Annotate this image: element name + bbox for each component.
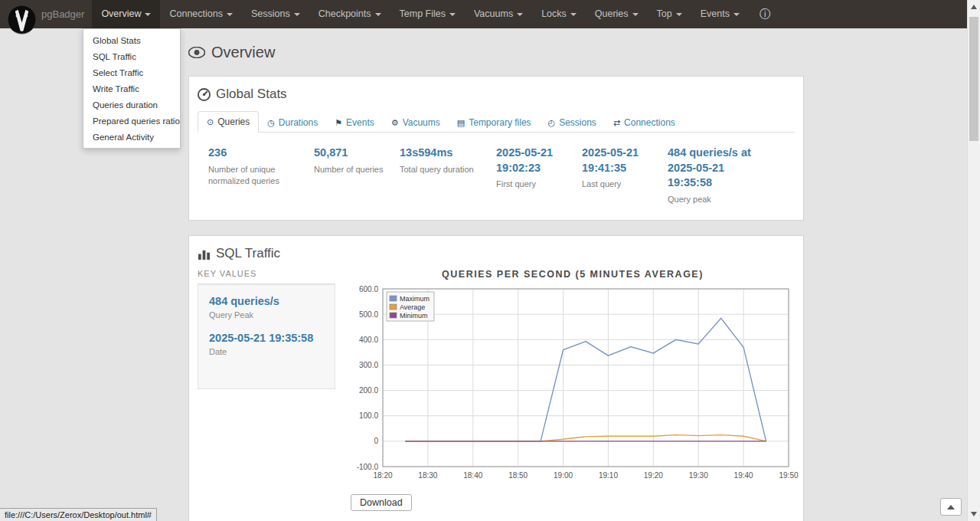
- nav-vacuums-label: Vacuums: [474, 8, 513, 19]
- svg-text:19:30: 19:30: [689, 471, 708, 480]
- connections-icon: ⇄: [613, 118, 620, 128]
- caret-down-icon: [517, 13, 523, 16]
- scrollbar-up-arrow-icon[interactable]: [971, 5, 977, 9]
- nav-locks-label: Locks: [541, 8, 567, 19]
- page-title-text: Overview: [211, 44, 275, 61]
- nav-events-label: Events: [701, 8, 730, 19]
- bar-chart-icon: [198, 248, 211, 260]
- key-values-heading: KEY VALUES: [198, 269, 335, 284]
- stat-value: 236: [208, 146, 299, 161]
- scrollbar-down-arrow-icon[interactable]: [971, 512, 977, 516]
- stat-total-query-duration: 13s594ms Total query duration: [400, 146, 481, 205]
- svg-text:0: 0: [374, 437, 378, 445]
- back-to-top-button[interactable]: [940, 498, 962, 516]
- svg-text:600.0: 600.0: [359, 285, 378, 293]
- svg-text:18:40: 18:40: [463, 471, 482, 480]
- sql-traffic-title: SQL Traffic: [198, 246, 795, 261]
- key-label-date: Date: [209, 347, 324, 356]
- nav-temp-files-label: Temp Files: [400, 8, 446, 19]
- nav-temp-files[interactable]: Temp Files: [390, 0, 465, 28]
- stat-value: 13s594ms: [400, 146, 481, 161]
- caret-down-icon: [145, 13, 151, 16]
- sql-traffic-title-text: SQL Traffic: [216, 246, 280, 261]
- caret-down-icon: [449, 13, 456, 16]
- overview-dropdown-menu: Global Stats SQL Traffic Select Traffic …: [83, 28, 181, 149]
- stat-value: 50,871: [314, 146, 384, 161]
- tab-durations[interactable]: ◷Durations: [259, 113, 326, 133]
- tab-temporary-files[interactable]: ▤Temporary files: [449, 113, 540, 133]
- stat-value: 2025-05-21 19:41:35: [582, 146, 652, 175]
- stat-value: 484 queries/s at 2025-05-21 19:35:58: [668, 146, 753, 191]
- nav-sessions-label: Sessions: [251, 8, 290, 19]
- nav-queries[interactable]: Queries: [586, 0, 648, 28]
- stat-label: Query peak: [668, 194, 753, 205]
- svg-text:Average: Average: [400, 303, 425, 311]
- stat-unique-normalized-queries: 236 Number of unique normalized queries: [208, 146, 299, 205]
- tab-durations-label: Durations: [279, 117, 318, 128]
- nav-top[interactable]: Top: [648, 0, 691, 28]
- key-values-box: 484 queries/s Query Peak 2025-05-21 19:3…: [198, 284, 335, 389]
- svg-text:400.0: 400.0: [359, 336, 378, 344]
- navbar: pgBadger Overview Connections Sessions C…: [0, 0, 967, 28]
- stat-label: Number of queries: [314, 164, 384, 175]
- caret-down-icon: [733, 13, 740, 16]
- vertical-scrollbar[interactable]: [967, 0, 980, 521]
- key-value-date: 2025-05-21 19:35:58: [209, 332, 324, 344]
- menu-item-general-activity[interactable]: General Activity: [83, 129, 180, 145]
- svg-text:18:30: 18:30: [418, 471, 437, 480]
- tab-events[interactable]: ⚑Events: [326, 113, 383, 133]
- nav-checkpoints-label: Checkpoints: [318, 8, 371, 19]
- svg-text:19:00: 19:00: [554, 471, 573, 480]
- nav-vacuums[interactable]: Vacuums: [465, 0, 532, 28]
- temporary-files-icon: ▤: [457, 118, 465, 128]
- menu-item-global-stats[interactable]: Global Stats: [83, 32, 180, 48]
- tab-vacuums[interactable]: ⚙Vacuums: [383, 113, 449, 133]
- menu-item-sql-traffic[interactable]: SQL Traffic: [83, 48, 180, 64]
- tab-queries[interactable]: ⊙Queries: [198, 111, 259, 133]
- tab-sessions[interactable]: ◴Sessions: [540, 113, 605, 133]
- tab-vacuums-label: Vacuums: [403, 117, 440, 128]
- download-button[interactable]: Download: [351, 494, 412, 511]
- svg-text:18:50: 18:50: [508, 471, 528, 480]
- nav-events[interactable]: Events: [691, 0, 749, 28]
- pgbadger-logo-icon[interactable]: [7, 5, 37, 34]
- nav-connections[interactable]: Connections: [160, 0, 242, 28]
- stat-value: 2025-05-21 19:02:23: [496, 146, 567, 175]
- nav-overview[interactable]: Overview: [92, 0, 160, 28]
- queries-per-second-chart: QUERIES PER SECOND (5 MINUTES AVERAGE) 1…: [351, 269, 795, 511]
- tab-connections[interactable]: ⇄Connections: [605, 113, 684, 133]
- svg-text:18:20: 18:20: [373, 471, 392, 480]
- menu-item-write-traffic[interactable]: Write Traffic: [83, 80, 180, 97]
- queries-icon: ⊙: [207, 117, 214, 127]
- key-values-column: KEY VALUES 484 queries/s Query Peak 2025…: [198, 269, 335, 511]
- key-value-query-peak: 484 queries/s: [209, 295, 324, 307]
- caret-down-icon: [227, 13, 233, 16]
- nav-sessions[interactable]: Sessions: [242, 0, 309, 28]
- tab-events-label: Events: [346, 117, 374, 128]
- caret-down-icon: [294, 13, 300, 16]
- svg-text:Maximum: Maximum: [400, 295, 430, 303]
- stat-label: Last query: [582, 179, 652, 190]
- global-stats-title: Global Stats: [198, 87, 795, 102]
- global-stats-values: 236 Number of unique normalized queries …: [198, 133, 795, 210]
- nav-checkpoints[interactable]: Checkpoints: [309, 0, 390, 28]
- caret-down-icon: [676, 13, 682, 16]
- menu-item-prepared-queries-ratio[interactable]: Prepared queries ratio: [83, 113, 180, 129]
- tab-temporary-files-label: Temporary files: [469, 117, 531, 128]
- menu-item-select-traffic[interactable]: Select Traffic: [83, 64, 180, 80]
- nav-locks[interactable]: Locks: [532, 0, 586, 28]
- eye-icon: [188, 47, 205, 58]
- dashboard-icon: [198, 88, 211, 101]
- global-stats-panel: Global Stats ⊙Queries ◷Durations ⚑Events…: [188, 76, 804, 221]
- tab-sessions-label: Sessions: [559, 117, 596, 128]
- svg-text:19:20: 19:20: [644, 471, 663, 480]
- menu-item-queries-duration[interactable]: Queries duration: [83, 97, 180, 113]
- tab-connections-label: Connections: [624, 117, 675, 128]
- caret-down-icon: [570, 13, 577, 16]
- sql-traffic-panel: SQL Traffic KEY VALUES 484 queries/s Que…: [188, 235, 804, 521]
- vacuums-icon: ⚙: [391, 118, 399, 128]
- brand[interactable]: pgBadger: [41, 8, 84, 20]
- svg-text:200.0: 200.0: [359, 386, 378, 395]
- scrollbar-thumb[interactable]: [969, 17, 978, 141]
- info-icon[interactable]: ⓘ: [760, 8, 770, 21]
